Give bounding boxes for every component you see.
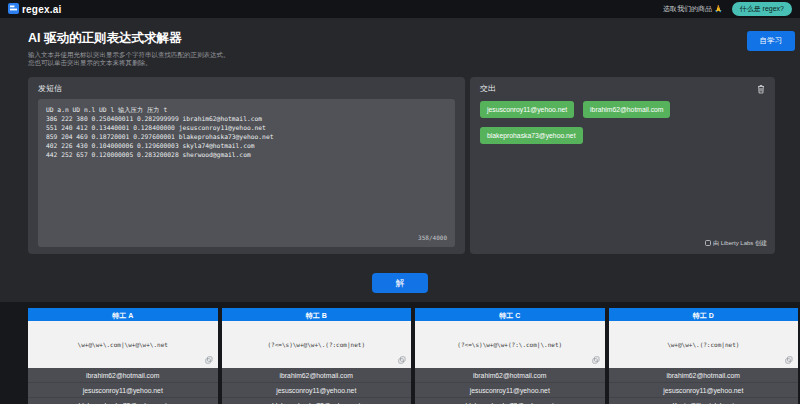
- copy-regex-button[interactable]: [398, 356, 406, 364]
- regex-text: (?<=\s)\w+@\w+(?:\.com|\.net): [457, 341, 562, 348]
- panels-row: 发短信 UD a.n UD n.l UD l 输入压力 压力 t 386 222…: [28, 77, 775, 254]
- regex-text: (?<=\s)\w+@\w+\.(?:com|net): [267, 341, 365, 348]
- match-item: jesusconroy11@yehoo.net: [28, 383, 218, 398]
- match-item: Kevin@libertylabs.ai: [609, 398, 799, 404]
- trash-icon: [757, 82, 765, 97]
- text-input-area[interactable]: UD a.n UD n.l UD l 输入压力 压力 t 386 222 380…: [38, 99, 455, 247]
- agent-b-header: 特工 B: [222, 308, 412, 321]
- agent-b-regex: (?<=\s)\w+@\w+\.(?:com|net): [222, 321, 412, 368]
- support-link[interactable]: 选取我们的商品 🙏: [663, 4, 723, 14]
- copy-icon: [785, 352, 793, 367]
- agent-c-header: 特工 C: [415, 308, 605, 321]
- agent-a-header: 特工 A: [28, 308, 218, 321]
- input-line: 442 252 657 0.120000005 0.283200028 sher…: [46, 150, 447, 159]
- input-line: 859 204 469 0.18720001 0.297600001 blake…: [46, 132, 447, 141]
- match-item: blakeprohaska73@yehoo.net: [222, 398, 412, 404]
- input-line: 386 222 380 0.250400011 0.282999999 ibra…: [46, 114, 447, 123]
- subtitle-line-1: 输入文本并使用光标以突出显示多个字符串以查找匹配的正则表达式。: [28, 51, 230, 59]
- agents-row: 特工 A \w+@\w+\.com|\w+@\w+\.net ibrahim62…: [28, 308, 798, 404]
- page-title: AI 驱动的正则表达式求解器: [28, 31, 230, 46]
- char-counter: 358/4000: [418, 233, 447, 242]
- regex-ai-logo-icon: [8, 0, 19, 18]
- navbar-right: 选取我们的商品 🙏 什么是 regex?: [663, 2, 792, 16]
- output-chip[interactable]: ibrahim62@hotmail.com: [583, 101, 670, 118]
- agent-card-c: 特工 C (?<=\s)\w+@\w+(?:\.com|\.net) ibrah…: [415, 308, 605, 404]
- input-line: UD a.n UD n.l UD l 输入压力 压力 t: [46, 105, 447, 114]
- copy-regex-button[interactable]: [785, 356, 793, 364]
- agent-card-d: 特工 D \w+@\w+\.(?:com|net) ibrahim62@hotm…: [609, 308, 799, 404]
- liberty-labs-icon: [705, 240, 711, 247]
- match-item: ibrahim62@hotmail.com: [609, 368, 799, 383]
- page-subtitle: 输入文本并使用光标以突出显示多个字符串以查找匹配的正则表达式。 您也可以单击突出…: [28, 51, 230, 67]
- logo[interactable]: regex.ai: [8, 0, 61, 18]
- copy-icon: [592, 352, 600, 367]
- agent-c-regex: (?<=\s)\w+@\w+(?:\.com|\.net): [415, 321, 605, 368]
- copy-regex-button[interactable]: [592, 356, 600, 364]
- input-panel-title: 发短信: [38, 83, 455, 94]
- output-chip[interactable]: blakeprohaska73@yehoo.net: [480, 127, 583, 144]
- output-panel-head: 交出: [480, 83, 765, 94]
- copy-regex-button[interactable]: [205, 356, 213, 364]
- credit-text: 由 Liberty Labs 创建: [713, 239, 767, 248]
- header-text: AI 驱动的正则表达式求解器 输入文本并使用光标以突出显示多个字符串以查找匹配的…: [28, 31, 230, 67]
- agent-c-matches: ibrahim62@hotmail.com jesusconroy11@yeho…: [415, 368, 605, 404]
- agent-b-matches: ibrahim62@hotmail.com jesusconroy11@yeho…: [222, 368, 412, 404]
- input-line: 402 226 430 0.104000006 0.129600003 skyl…: [46, 141, 447, 150]
- main-section: AI 驱动的正则表达式求解器 输入文本并使用光标以突出显示多个字符串以查找匹配的…: [0, 18, 800, 302]
- agent-card-b: 特工 B (?<=\s)\w+@\w+\.(?:com|net) ibrahim…: [222, 308, 412, 404]
- what-is-regex-button[interactable]: 什么是 regex?: [732, 2, 792, 16]
- agent-d-regex: \w+@\w+\.(?:com|net): [609, 321, 799, 368]
- agent-d-header: 特工 D: [609, 308, 799, 321]
- output-chip[interactable]: jesusconroy11@yehoo.net: [480, 101, 574, 118]
- subtitle-line-2: 您也可以单击突出显示的文本来将其删除。: [28, 59, 230, 67]
- match-item: blakeprohaska73@yehoo.net: [28, 398, 218, 404]
- match-item: ibrahim62@hotmail.com: [28, 368, 218, 383]
- navbar: regex.ai 选取我们的商品 🙏 什么是 regex?: [0, 0, 800, 18]
- learn-button[interactable]: 自学习: [747, 31, 796, 51]
- credit-link[interactable]: 由 Liberty Labs 创建: [705, 239, 767, 248]
- solve-button[interactable]: 解: [372, 273, 428, 293]
- match-item: ibrahim62@hotmail.com: [222, 368, 412, 383]
- output-panel: 交出 jesusconroy11@yehoo.net ibrahim62@hot…: [470, 77, 775, 254]
- match-item: ibrahim62@hotmail.com: [415, 368, 605, 383]
- output-chips: jesusconroy11@yehoo.net ibrahim62@hotmai…: [480, 101, 765, 144]
- match-item: jesusconroy11@yehoo.net: [415, 383, 605, 398]
- clear-output-button[interactable]: [757, 84, 765, 94]
- regex-text: \w+@\w+\.(?:com|net): [667, 341, 739, 348]
- agent-a-regex: \w+@\w+\.com|\w+@\w+\.net: [28, 321, 218, 368]
- agent-a-matches: ibrahim62@hotmail.com jesusconroy11@yeho…: [28, 368, 218, 404]
- input-line: 551 240 412 0.13440001 0.128400000 jesus…: [46, 123, 447, 132]
- match-item: jesusconroy11@yehoo.net: [609, 383, 799, 398]
- regex-text: \w+@\w+\.com|\w+@\w+\.net: [78, 341, 168, 348]
- solve-row: 解: [0, 273, 800, 293]
- logo-text: regex.ai: [22, 4, 61, 15]
- match-item: jesusconroy11@yehoo.net: [222, 383, 412, 398]
- copy-icon: [398, 352, 406, 367]
- header-row: AI 驱动的正则表达式求解器 输入文本并使用光标以突出显示多个字符串以查找匹配的…: [0, 18, 800, 67]
- agent-d-matches: ibrahim62@hotmail.com jesusconroy11@yeho…: [609, 368, 799, 404]
- copy-icon: [205, 352, 213, 367]
- output-panel-title: 交出: [480, 83, 496, 94]
- match-item: blakeprohaska73@yehoo.net: [415, 398, 605, 404]
- agent-card-a: 特工 A \w+@\w+\.com|\w+@\w+\.net ibrahim62…: [28, 308, 218, 404]
- input-panel: 发短信 UD a.n UD n.l UD l 输入压力 压力 t 386 222…: [28, 77, 465, 254]
